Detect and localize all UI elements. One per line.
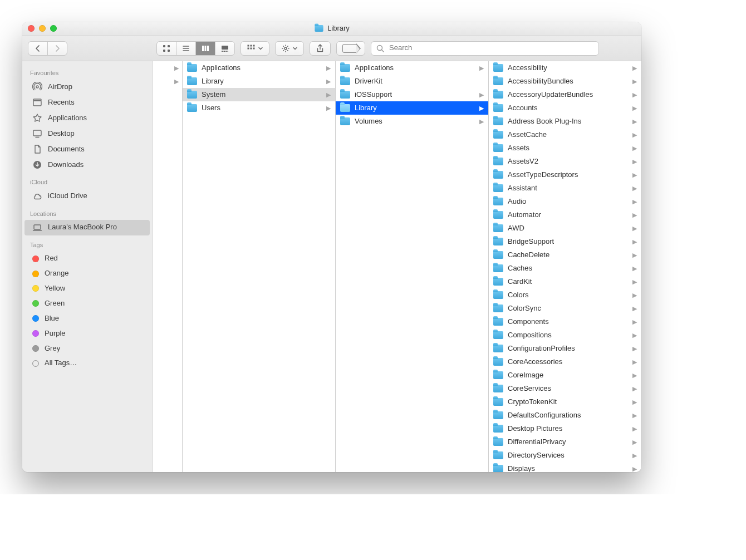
- sidebar-item-label: Grey: [45, 344, 60, 353]
- tag-dot-icon: [32, 285, 39, 292]
- sidebar-item-yellow[interactable]: Yellow: [24, 281, 150, 296]
- arrange-button[interactable]: [241, 41, 269, 56]
- search-input[interactable]: [388, 43, 594, 53]
- sidebar-item-label: Laura's MacBook Pro: [48, 223, 117, 232]
- chevron-right-icon: ▶: [632, 158, 637, 165]
- list-item[interactable]: DefaultsConfigurations▶: [489, 409, 641, 422]
- sidebar-item-all-tags-[interactable]: All Tags…: [24, 356, 150, 371]
- tags-button[interactable]: [336, 41, 365, 56]
- list-item[interactable]: Displays▶: [489, 462, 641, 472]
- forward-button[interactable]: [48, 42, 67, 55]
- list-item[interactable]: Colors▶: [489, 288, 641, 302]
- list-item[interactable]: Components▶: [489, 315, 641, 328]
- sidebar-item-applications[interactable]: Applications: [24, 110, 150, 126]
- list-item[interactable]: Assistant▶: [489, 181, 641, 195]
- sidebar-item-label: All Tags…: [45, 358, 77, 368]
- svg-rect-2: [163, 50, 165, 52]
- sidebar-item-documents[interactable]: Documents: [24, 141, 150, 157]
- list-item[interactable]: AccessibilityBundles▶: [489, 75, 641, 88]
- minimize-button[interactable]: [39, 25, 46, 32]
- chevron-down-icon: [292, 46, 298, 51]
- list-item[interactable]: ColorSync▶: [489, 302, 641, 315]
- folder-icon: [493, 131, 503, 139]
- sidebar-item-airdrop[interactable]: AirDrop: [24, 79, 150, 95]
- view-gallery-button[interactable]: [215, 42, 234, 55]
- sidebar-item-blue[interactable]: Blue: [24, 311, 150, 326]
- view-columns-button[interactable]: [196, 42, 215, 55]
- sidebar-item-desktop[interactable]: Desktop: [24, 126, 150, 141]
- list-item[interactable]: CardKit▶: [489, 275, 641, 288]
- sidebar-item-grey[interactable]: Grey: [24, 341, 150, 356]
- item-name: Audio: [508, 197, 628, 207]
- zoom-button[interactable]: [50, 25, 57, 32]
- svg-rect-12: [224, 51, 225, 52]
- list-item[interactable]: Automator▶: [489, 208, 641, 222]
- item-name: Library: [202, 77, 322, 86]
- list-item[interactable]: DirectoryServices▶: [489, 449, 641, 462]
- list-item[interactable]: ConfigurationProfiles▶: [489, 342, 641, 355]
- sidebar-item-orange[interactable]: Orange: [24, 266, 150, 281]
- folder-icon: [340, 91, 350, 99]
- item-name: DriverKit: [355, 77, 484, 86]
- folder-icon: [493, 385, 503, 392]
- list-item[interactable]: AccessoryUpdaterBundles▶: [489, 88, 641, 101]
- list-item[interactable]: CoreAccessories▶: [489, 355, 641, 369]
- folder-icon: [493, 465, 503, 472]
- list-item[interactable]: Address Book Plug-Ins▶: [489, 115, 641, 128]
- list-item[interactable]: Caches▶: [489, 262, 641, 275]
- list-item[interactable]: CoreServices▶: [489, 382, 641, 395]
- list-item[interactable]: BridgeSupport▶: [489, 235, 641, 248]
- sidebar-item-green[interactable]: Green: [24, 296, 150, 311]
- list-item[interactable]: CryptoTokenKit▶: [489, 395, 641, 409]
- list-item[interactable]: Library▶: [183, 75, 335, 88]
- sidebar-item-icloud-drive[interactable]: iCloud Drive: [24, 189, 150, 204]
- list-item[interactable]: AWD▶: [489, 222, 641, 235]
- item-name: Library: [355, 104, 475, 113]
- view-list-button[interactable]: [176, 42, 196, 55]
- list-item[interactable]: DriverKit: [336, 75, 488, 88]
- folder-icon: [493, 451, 503, 459]
- close-button[interactable]: [28, 25, 35, 32]
- folder-icon: [493, 304, 503, 312]
- list-item[interactable]: iOSSupport▶: [336, 88, 488, 101]
- svg-rect-18: [248, 47, 249, 49]
- sidebar-item-red[interactable]: Red: [24, 251, 150, 266]
- sidebar-item-recents[interactable]: Recents: [24, 95, 150, 110]
- list-item[interactable]: Users▶: [183, 101, 335, 115]
- list-item[interactable]: Desktop Pictures▶: [489, 422, 641, 435]
- list-item[interactable]: System▶: [183, 88, 335, 101]
- view-icons-button[interactable]: [157, 42, 176, 55]
- search-field[interactable]: [371, 41, 599, 56]
- list-item[interactable]: Accounts▶: [489, 101, 641, 115]
- list-item[interactable]: CacheDelete▶: [489, 248, 641, 262]
- item-name: ColorSync: [508, 304, 628, 313]
- svg-rect-17: [253, 45, 255, 46]
- list-item[interactable]: Library▶: [336, 101, 488, 115]
- back-button[interactable]: [28, 42, 48, 55]
- chevron-right-icon: ▶: [632, 117, 637, 125]
- action-button[interactable]: [275, 41, 304, 56]
- sidebar-item-purple[interactable]: Purple: [24, 326, 150, 341]
- sidebar-item-downloads[interactable]: Downloads: [24, 157, 150, 173]
- parent-arrow[interactable]: ▶: [153, 75, 182, 88]
- list-item[interactable]: AssetTypeDescriptors▶: [489, 168, 641, 181]
- item-name: CryptoTokenKit: [508, 397, 628, 407]
- list-item[interactable]: Applications▶: [336, 61, 488, 75]
- column-2: Accessibility▶AccessibilityBundles▶Acces…: [489, 61, 641, 472]
- list-item[interactable]: Applications▶: [183, 61, 335, 75]
- list-item[interactable]: Compositions▶: [489, 328, 641, 342]
- list-item[interactable]: AssetsV2▶: [489, 155, 641, 168]
- parent-arrow[interactable]: ▶: [153, 61, 182, 75]
- folder-icon: [493, 117, 503, 125]
- list-item[interactable]: Assets▶: [489, 141, 641, 155]
- folder-icon: [493, 184, 503, 192]
- list-item[interactable]: AssetCache▶: [489, 128, 641, 141]
- list-item[interactable]: Audio▶: [489, 195, 641, 208]
- list-item[interactable]: Accessibility▶: [489, 61, 641, 75]
- list-item[interactable]: DifferentialPrivacy▶: [489, 435, 641, 449]
- sidebar-item-laura-s-macbook-pro[interactable]: Laura's MacBook Pro: [24, 220, 150, 235]
- list-item[interactable]: Volumes▶: [336, 115, 488, 128]
- list-item[interactable]: CoreImage▶: [489, 369, 641, 382]
- share-button[interactable]: [310, 41, 331, 56]
- item-name: Accounts: [508, 104, 628, 113]
